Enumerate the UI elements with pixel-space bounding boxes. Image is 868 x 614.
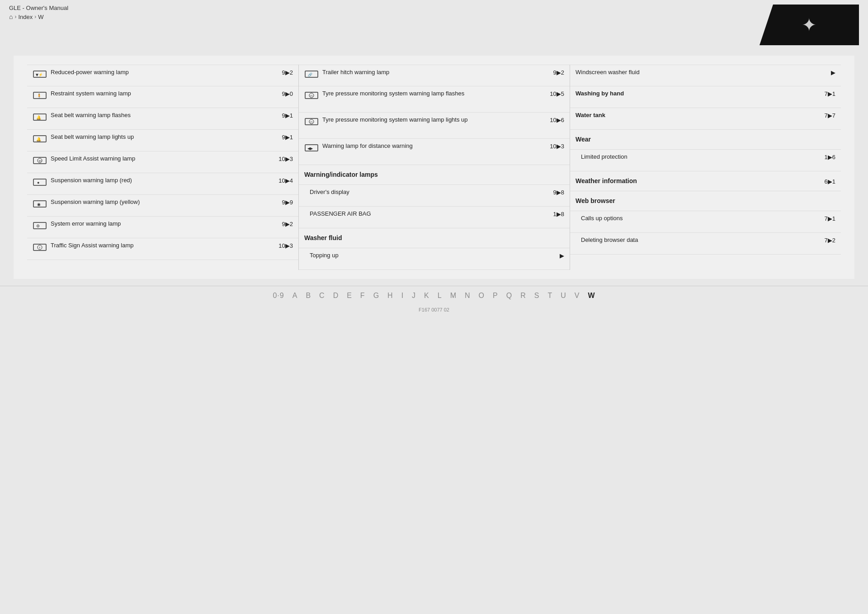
svg-text:●: ● — [37, 180, 39, 185]
nav-item-f[interactable]: F — [360, 292, 365, 300]
entry-page: 6▶1 — [822, 178, 835, 185]
list-item[interactable]: Topping up ▶ — [299, 248, 570, 270]
list-item[interactable]: Washing by hand 7▶1 — [570, 86, 841, 108]
nav-item-w[interactable]: W — [588, 292, 595, 300]
entry-label: Topping up — [310, 252, 547, 260]
breadcrumb: ⌂ › Index › W — [9, 13, 68, 20]
entry-page: 10▶3 — [550, 143, 564, 150]
entry-page: 9▶0 — [279, 90, 293, 97]
nav-item-l[interactable]: L — [438, 292, 442, 300]
list-item[interactable]: ▼⚡ Reduced-power warning lamp 9▶2 — [27, 65, 298, 86]
nav-item-s[interactable]: S — [534, 292, 540, 300]
entry-label: Tyre pressure monitoring system warning … — [322, 116, 546, 124]
list-item[interactable]: Water tank 7▶7 — [570, 108, 841, 130]
nav-item-i[interactable]: I — [401, 292, 404, 300]
breadcrumb-w[interactable]: W — [38, 14, 43, 20]
list-item[interactable]: (!) Tyre pressure monitoring system warn… — [299, 113, 570, 139]
nav-item-h[interactable]: H — [387, 292, 393, 300]
list-item[interactable]: Calls up options 7▶1 — [570, 211, 841, 233]
breadcrumb-index[interactable]: Index — [18, 14, 33, 20]
index-grid: ▼⚡ Reduced-power warning lamp 9▶2 🧍 Rest… — [27, 65, 841, 270]
svg-text:(!): (!) — [310, 94, 313, 97]
entry-label: Washing by hand — [576, 90, 818, 98]
entry-label: Reduced-power warning lamp — [51, 69, 276, 76]
entry-label: Suspension warning lamp (yellow) — [51, 198, 276, 206]
list-item[interactable]: Windscreen washer fluid ▶ — [570, 65, 841, 86]
svg-text:T: T — [39, 246, 41, 249]
list-item[interactable]: 🔔 Seat belt warning lamp lights up 9▶1 — [27, 130, 298, 151]
entry-page: 10▶3 — [278, 242, 293, 249]
trailer-icon: 🔗 — [304, 69, 319, 79]
restraint-icon: 🧍 — [33, 90, 47, 100]
section-title: Washer fluid — [304, 234, 564, 242]
main-content: ▼⚡ Reduced-power warning lamp 9▶2 🧍 Rest… — [14, 56, 854, 279]
page-header: GLE - Owner's Manual ⌂ › Index › W ✦ — [0, 0, 868, 49]
list-item[interactable]: ◀▶ Warning lamp for distance warning 10▶… — [299, 139, 570, 165]
svg-text:🔔: 🔔 — [36, 137, 42, 142]
speed-limit-icon: 30 — [33, 156, 47, 165]
list-item[interactable]: Driver's display 9▶8 — [299, 185, 570, 207]
list-item[interactable]: (!) Tyre pressure monitoring system warn… — [299, 86, 570, 113]
list-item[interactable]: PASSENGER AIR BAG 1▶8 — [299, 207, 570, 228]
nav-item-p[interactable]: P — [493, 292, 498, 300]
nav-item-o[interactable]: O — [479, 292, 485, 300]
section-title: Warning/indicator lamps — [304, 170, 564, 179]
nav-item-a[interactable]: A — [292, 292, 298, 300]
reduced-power-icon: ▼⚡ — [33, 69, 47, 79]
nav-item-u[interactable]: U — [561, 292, 566, 300]
section-header-wear: Wear — [570, 130, 841, 150]
nav-item-d[interactable]: D — [333, 292, 339, 300]
section-header-warning: Warning/indicator lamps — [299, 165, 570, 185]
list-item[interactable]: ◉ Suspension warning lamp (yellow) 9▶9 — [27, 195, 298, 217]
nav-item-g[interactable]: G — [373, 292, 379, 300]
svg-text:🔗: 🔗 — [308, 72, 312, 77]
entry-label: System error warning lamp — [51, 220, 276, 228]
list-item[interactable]: 30 Speed Limit Assist warning lamp 10▶3 — [27, 151, 298, 173]
nav-item-n[interactable]: N — [465, 292, 471, 300]
list-item[interactable]: T Traffic Sign Assist warning lamp 10▶3 — [27, 238, 298, 260]
entry-page: 7▶1 — [822, 215, 835, 222]
nav-item-j[interactable]: J — [412, 292, 416, 300]
distance-warning-icon: ◀▶ — [304, 143, 319, 153]
logo-area: ✦ — [760, 5, 859, 45]
list-item[interactable]: 🔔 Seat belt warning lamp flashes 9▶1 — [27, 108, 298, 130]
entry-page: 9▶1 — [279, 134, 293, 141]
nav-item-r[interactable]: R — [520, 292, 526, 300]
svg-text:🧍: 🧍 — [37, 93, 42, 99]
home-icon[interactable]: ⌂ — [9, 13, 13, 20]
list-item[interactable]: Deleting browser data 7▶2 — [570, 233, 841, 255]
svg-text:⚡: ⚡ — [38, 72, 43, 77]
svg-text:◉: ◉ — [37, 202, 41, 207]
nav-item-b[interactable]: B — [306, 292, 311, 300]
entry-label: Calls up options — [581, 215, 818, 222]
entry-label: Windscreen washer fluid — [576, 69, 818, 76]
entry-label: Tyre pressure monitoring system warning … — [322, 90, 546, 98]
section-title: Weather information — [576, 177, 818, 185]
column-2: 🔗 Trailer hitch warning lamp 9▶2 (!) Tyr… — [298, 65, 570, 270]
nav-item-v[interactable]: V — [575, 292, 580, 300]
nav-item-t[interactable]: T — [547, 292, 552, 300]
list-item[interactable]: Limited protection 1▶6 — [570, 150, 841, 171]
nav-item-k[interactable]: K — [424, 292, 429, 300]
entry-label: Warning lamp for distance warning — [322, 142, 546, 150]
list-item[interactable]: 🧍 Restraint system warning lamp 9▶0 — [27, 86, 298, 108]
list-item[interactable]: ● Suspension warning lamp (red) 10▶4 — [27, 173, 298, 195]
section-header-washer: Washer fluid — [299, 228, 570, 248]
section-header-weather: Weather information 6▶1 — [570, 171, 841, 191]
nav-item-c[interactable]: C — [319, 292, 325, 300]
footer-code: F167 0077 02 — [0, 305, 868, 314]
entry-page: 10▶3 — [278, 156, 293, 162]
suspension-yellow-icon: ◉ — [33, 199, 47, 209]
nav-item-q[interactable]: Q — [506, 292, 512, 300]
svg-text:◀▶: ◀▶ — [307, 146, 313, 151]
entry-page: 9▶1 — [279, 112, 293, 119]
nav-item-m[interactable]: M — [450, 292, 457, 300]
nav-item-09[interactable]: 0·9 — [273, 292, 284, 300]
entry-page: 1▶6 — [822, 154, 835, 161]
list-item[interactable]: ⚙ System error warning lamp 9▶2 — [27, 217, 298, 238]
header-left: GLE - Owner's Manual ⌂ › Index › W — [9, 5, 68, 20]
nav-item-e[interactable]: E — [347, 292, 352, 300]
column-3: Windscreen washer fluid ▶ Washing by han… — [570, 65, 841, 270]
entry-label: Water tank — [576, 112, 818, 119]
list-item[interactable]: 🔗 Trailer hitch warning lamp 9▶2 — [299, 65, 570, 86]
